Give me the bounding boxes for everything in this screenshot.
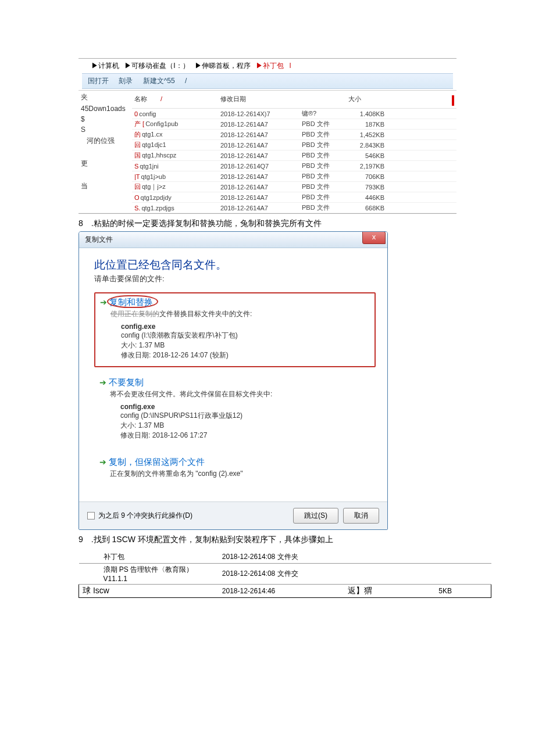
toolbar-burn[interactable]: 刻录 [119,77,133,85]
sidebar-item[interactable]: 河的位强 [81,135,130,147]
option-keep-both[interactable]: ➔复制，但保留这两个文件 正在复制的文件将重命名为 "config (2).ex… [94,453,376,485]
option-copy-replace[interactable]: ➔复制和替换 使用正在复制的文件替换目标文件夹中的文件: config.exe … [94,292,376,367]
table-row[interactable]: 浪期 PS 告理软件〈教育限）V11.1.1 2018-12-2614:08 文… [79,564,491,585]
apply-all-checkbox[interactable] [87,512,95,519]
apply-all-label: 为之后 9 个冲突执行此操作(D) [98,511,192,521]
table-row[interactable]: 补丁包 2018-12-2614:08 文件夹 [79,551,491,564]
crumb-computer[interactable]: ▶计算机 [91,62,119,70]
table-row[interactable]: 回qtg｜j>z2018-12-2614A7PBD 文件793KB [79,182,456,192]
sidebar-item[interactable]: 更 [81,157,130,170]
dialog-footer: 为之后 9 个冲突执行此操作(D) 跳过(S) 取消 [79,501,387,529]
toolbar-open[interactable]: 国打开 [88,77,109,85]
table-row[interactable]: S.qtg1.zpdjgs2018-12-2614A7PBD 文件668KB [79,203,456,213]
step9-label: 9 .找到 1SCW 环境配置文件，复制粘贴到安裝程序下，具体步骤如上 [79,535,456,545]
table-row[interactable]: 球 Iscw 2018-12-2614:46 返】猬 5KB [79,585,491,598]
table-row[interactable]: 回qtg1djc12018-12-2614A7PBD 文件2.843KB [79,140,456,151]
file-info: config.exe config (I:\浪潮教育版安装程序\补丁包) 大小:… [121,323,370,360]
option-dont-copy[interactable]: ➔不要复制 将不会更改任何文件。将此文件保留在目标文件夹中: config.ex… [94,373,376,447]
table-row[interactable]: 0config2018-12-2614X)7镛®?1.408KB [79,109,456,119]
table-row[interactable]: 的qtg1.cx2018-12-2614A7PBD 文件1,452KB [79,130,456,140]
file-info: config.exe config (D:\INSPUR\PS11行政事业版12… [120,403,370,440]
breadcrumb: ▶计算机 ▶可移动崔盘（I：） ▶伸睇首板，程序 ▶补丁包 l [82,60,453,73]
file-list-area: 夹 45Down1oads $ S 河的位强 更 当 名称 / 修改日期 大小 … [79,91,456,214]
sidebar-item[interactable]: 夹 [81,91,130,103]
table-row[interactable]: Oqtg1zpdjdy2018-12-2614A7PBD 文件446KB [79,192,456,203]
col-size[interactable]: 大小 [346,91,387,109]
arrow-icon: ➔ [99,378,106,387]
close-button[interactable]: x [362,231,386,244]
copy-file-dialog: 复制文件 x 此位置已经包含同名文件。 请单击要保留的文件: ➔复制和替换 使用… [79,231,388,530]
cancel-button[interactable]: 取消 [343,508,379,524]
table-row[interactable]: Sqtg1jni2018-12-2614Q7PBD 文件2,197KB [79,161,456,171]
sidebar-item[interactable]: 当 [81,180,130,192]
crumb-patch[interactable]: ▶补丁包 l [256,62,291,70]
sidebar-item[interactable]: S [81,124,130,135]
explorer-window: ▶计算机 ▶可移动崔盘（I：） ▶伸睇首板，程序 ▶补丁包 l 国打开 刻录 新… [79,58,456,91]
col-date[interactable]: 修改日期 [218,91,299,109]
red-circle-highlight [107,295,158,308]
step8-label: 8 .粘贴的时候一定要选择复制和替换功能，兔制和替换完所有文件 [79,218,456,229]
crumb-folder1[interactable]: ▶伸睇首板，程序 [195,62,251,70]
sidebar-item[interactable]: $ [81,114,130,124]
arrow-icon: ➔ [100,298,107,307]
col-name[interactable]: 名称 / [132,91,218,109]
explorer-toolbar: 国打开 刻录 新建文^55 / [82,73,453,89]
dialog-title: 复制文件 x [79,232,387,248]
table-row[interactable]: 产 [Config1pub2018-12-2614A7PBD 文件187KB [79,119,456,130]
table-row[interactable]: |Tqtg1j>ub2018-12-2614A7PBD 文件706KB [79,171,456,182]
toolbar-sep: / [185,77,187,85]
crumb-disk[interactable]: ▶可移动崔盘（I：） [124,62,189,70]
table-row[interactable]: 国qtg1,hhscpz2018-12-2614A7PBD 文件546KB [79,151,456,161]
dialog-subtext: 请单击要保留的文件: [94,274,376,284]
bottom-file-table: 补丁包 2018-12-2614:08 文件夹 浪期 PS 告理软件〈教育限）V… [79,551,491,598]
toolbar-new[interactable]: 新建文^55 [143,77,175,85]
arrow-icon: ➔ [99,457,106,467]
dialog-heading: 此位置已经包含同名文件。 [94,257,376,273]
sidebar-item[interactable]: 45Down1oads [81,103,130,114]
skip-button[interactable]: 跳过(S) [293,508,338,524]
